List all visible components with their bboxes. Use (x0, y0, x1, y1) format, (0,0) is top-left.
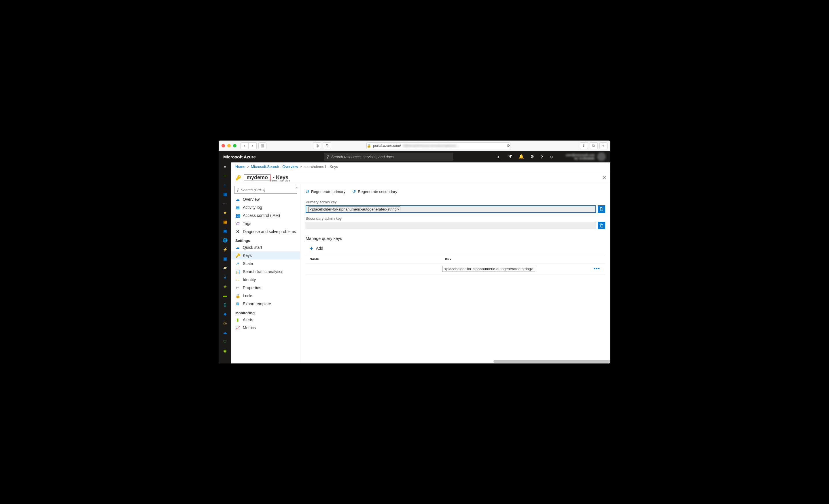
nav-item-label: Metrics (243, 325, 256, 330)
nav-item-tags[interactable]: 🏷Tags (231, 219, 300, 227)
search-icon: ⚲ (326, 155, 329, 159)
azure-top-bar: Microsoft Azure ⚲ Search resources, serv… (219, 151, 610, 163)
notifications-icon[interactable]: 🔔 (518, 154, 524, 159)
regenerate-primary-button[interactable]: ↻ Regenerate primary (305, 189, 346, 194)
rail-item-all-resources[interactable]: ▦ (222, 219, 228, 225)
nav-item-label: Export template (243, 301, 271, 306)
nav-item-overview[interactable]: ☁Overview (231, 195, 300, 203)
reload-icon: ↻ (305, 189, 310, 194)
nav-item-identity[interactable]: 🗝Identity (231, 276, 300, 284)
rail-item-networking[interactable]: ⟨⟩ (222, 302, 228, 308)
add-query-key-button[interactable]: ＋ Add (305, 244, 605, 252)
back-button[interactable]: ‹ (241, 142, 249, 149)
rail-item-azure-ad[interactable]: ◆ (222, 311, 228, 317)
table-row[interactable]: <placeholder-for-alphanumeric-autogenera… (305, 263, 605, 275)
resource-menu-scroll[interactable]: ☁Overview▤Activity log👥Access control (I… (231, 195, 300, 363)
rail-item-monitor[interactable]: ◷ (222, 320, 228, 326)
user-account[interactable]: user@microsoft.com AZ SUBNAME (566, 152, 606, 161)
url-path-blurred: #@tenant/resource/subscriptions/... (403, 144, 460, 148)
minimize-window-button[interactable] (227, 144, 231, 147)
breadcrumb-search-overview[interactable]: Microsoft.Search - Overview (251, 165, 298, 169)
address-bar[interactable]: 🔒 portal.azure.com/ #@tenant/resource/su… (366, 142, 510, 149)
nav-item-scale[interactable]: ↗Scale (231, 259, 300, 267)
collapse-menu-button[interactable]: « (296, 185, 298, 189)
directory-filter-icon[interactable]: ⧩ (508, 154, 512, 159)
rail-item-favorites[interactable]: ★ (222, 210, 228, 215)
nav-item-properties[interactable]: ≔Properties (231, 284, 300, 292)
share-button[interactable]: ⇪ (580, 142, 588, 149)
breadcrumb: Home > Microsoft.Search - Overview > sea… (231, 163, 610, 171)
rail-item-vms[interactable]: 🖥 (222, 274, 228, 280)
page-subtitle: Search service (269, 179, 290, 182)
blade-split: « ⚲ Search (Ctrl+/) ☁Overview▤Activity l… (231, 184, 610, 363)
nav-item-locks[interactable]: 🔒Locks (231, 292, 300, 300)
nav-item-search-traffic-analytics[interactable]: 📊Search traffic analytics (231, 267, 300, 276)
nav-item-keys[interactable]: 🔑Keys (231, 251, 300, 259)
nav-item-metrics[interactable]: 📈Metrics (231, 324, 300, 332)
close-window-button[interactable] (221, 144, 225, 147)
azure-body: » +⌂▦≔★▦▣🌐⚡▣🪐🖥◈▬⟨⟩◆◷☁🛡◉ Home > Microsoft… (219, 163, 610, 363)
resource-menu-search[interactable]: ⚲ Search (Ctrl+/) (234, 186, 297, 193)
col-header-name: NAME (305, 255, 441, 263)
search-placeholder: Search (Ctrl+/) (241, 188, 265, 192)
copy-secondary-button[interactable] (598, 222, 605, 229)
copy-primary-button[interactable] (598, 205, 605, 213)
table-header: NAME KEY (305, 255, 605, 263)
rail-item-create-resource[interactable]: + (222, 173, 228, 179)
row-more-button[interactable]: ••• (588, 266, 605, 272)
rail-item-all-services[interactable]: ≔ (222, 201, 228, 206)
nav-item-alerts[interactable]: ▮Alerts (231, 316, 300, 324)
settings-icon[interactable]: ⚙ (530, 154, 534, 159)
forward-button[interactable]: › (249, 142, 257, 149)
rail-item-sql[interactable]: ▣ (222, 256, 228, 261)
nav-item-export-template[interactable]: 🖥Export template (231, 300, 300, 308)
nav-item-access-control-iam-[interactable]: 👥Access control (IAM) (231, 211, 300, 219)
nav-item-label: Diagnose and solve problems (243, 229, 296, 234)
rail-item-functions[interactable]: ⚡ (222, 247, 228, 252)
reader-button[interactable]: ⚲ (323, 142, 331, 149)
breadcrumb-home[interactable]: Home (235, 165, 245, 169)
primary-key-label: Primary admin key (305, 200, 605, 204)
scrollbar-thumb[interactable] (494, 360, 610, 363)
azure-brand[interactable]: Microsoft Azure (223, 154, 256, 159)
top-bar-icons: >_ ⧩ 🔔 ⚙ ? ☺ user@microsoft.com AZ SUBNA… (497, 152, 606, 161)
rail-item-cost[interactable]: ◉ (222, 348, 228, 354)
nav-item-diagnose-and-solve-problems[interactable]: ✖Diagnose and solve problems (231, 227, 300, 236)
cloud-shell-icon[interactable]: >_ (497, 154, 502, 159)
url-host: portal.azure.com/ (373, 144, 401, 148)
tabs-button[interactable]: ⧉ (590, 142, 598, 149)
help-icon[interactable]: ? (540, 154, 543, 159)
overview-icon: ☁ (235, 197, 240, 202)
rail-item-home[interactable]: ⌂ (222, 182, 228, 188)
rail-item-resource-groups[interactable]: ▣ (222, 228, 228, 234)
rail-item-storage[interactable]: ▬ (222, 293, 228, 298)
close-blade-button[interactable]: ✕ (602, 175, 606, 181)
global-search-input[interactable]: ⚲ Search resources, services, and docs (324, 153, 454, 161)
rail-item-cosmos[interactable]: 🪐 (222, 265, 228, 271)
tags-icon: 🏷 (235, 221, 240, 226)
reload-icon[interactable]: ⟳ (507, 143, 510, 148)
nav-item-activity-log[interactable]: ▤Activity log (231, 203, 300, 211)
new-tab-button[interactable]: ＋ (600, 142, 608, 149)
cell-key: <placeholder-for-alphanumeric-autogenera… (441, 266, 588, 272)
regenerate-secondary-button[interactable]: ↻ Regenerate secondary (352, 189, 397, 194)
rail-item-web[interactable]: 🌐 (222, 237, 228, 243)
search-placeholder: Search resources, services, and docs (331, 155, 394, 159)
manage-query-keys-heading: Manage query keys (305, 236, 605, 241)
rail-item-load-balancers[interactable]: ◈ (222, 283, 228, 289)
secondary-key-input[interactable] (305, 222, 596, 229)
nav-item-label: Search traffic analytics (243, 269, 283, 274)
expand-rail-button[interactable]: » (224, 164, 226, 169)
rail-item-advisor[interactable]: ☁ (222, 329, 228, 335)
nav-item-quick-start[interactable]: ☁Quick start (231, 243, 300, 251)
horizontal-scrollbar[interactable] (300, 359, 610, 363)
rail-item-dashboard[interactable]: ▦ (222, 191, 228, 197)
sidebar-button[interactable]: ▥ (258, 142, 266, 149)
properties-icon: ≔ (235, 285, 240, 290)
quick-start-icon: ☁ (235, 245, 240, 250)
primary-key-input[interactable]: <placeholder-for-alphanumeric-autogenera… (305, 205, 596, 213)
rail-item-security[interactable]: 🛡 (222, 339, 228, 345)
feedback-icon[interactable]: ☺ (549, 154, 554, 159)
maximize-window-button[interactable] (233, 144, 237, 147)
privacy-button[interactable]: ◎ (313, 142, 321, 149)
